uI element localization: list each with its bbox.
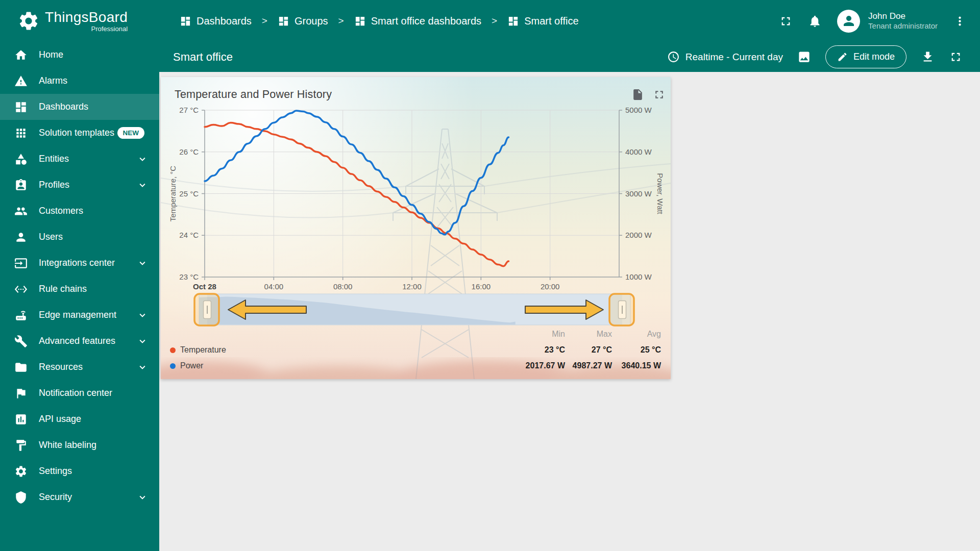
dashboards-grid-icon bbox=[278, 15, 289, 27]
user-role: Tenant administrator bbox=[868, 21, 938, 31]
breadcrumb-label: Smart office bbox=[524, 15, 578, 27]
sidebar-item-label: Edge management bbox=[39, 310, 116, 320]
legend-dot bbox=[170, 363, 176, 369]
app-logo[interactable]: ThingsBoard Professional bbox=[0, 0, 159, 42]
clock-icon bbox=[667, 51, 680, 63]
sidebar-item-label: API usage bbox=[39, 414, 81, 424]
stats-row: Temperature 23 °C 27 °C 25 °C bbox=[170, 343, 661, 357]
sidebar-item-users[interactable]: Users bbox=[0, 224, 159, 250]
sidebar-item-label: Entities bbox=[39, 154, 69, 164]
sidebar-item-entities[interactable]: Entities bbox=[0, 146, 159, 172]
badge-icon bbox=[14, 179, 28, 192]
sidebar-item-label: Dashboards bbox=[39, 102, 88, 112]
breadcrumb-item-smart-office[interactable]: Smart office bbox=[507, 15, 578, 27]
build-icon bbox=[14, 335, 28, 348]
sidebar-item-integrations-center[interactable]: Integrations center bbox=[0, 250, 159, 276]
timewindow-button[interactable]: Realtime - Current day bbox=[667, 51, 783, 63]
sidebar-item-white-labeling[interactable]: White labeling bbox=[0, 432, 159, 458]
sidebar-item-security[interactable]: Security bbox=[0, 484, 159, 510]
sidebar-item-customers[interactable]: Customers bbox=[0, 198, 159, 224]
user-name: John Doe bbox=[868, 11, 938, 21]
fullscreen-icon[interactable] bbox=[779, 14, 793, 28]
kebab-menu-icon[interactable] bbox=[953, 14, 967, 28]
sidebar-item-profiles[interactable]: Profiles bbox=[0, 172, 159, 198]
sidebar-item-dashboards[interactable]: Dashboards bbox=[0, 94, 159, 120]
stats-header-avg: Avg bbox=[612, 330, 661, 339]
avatar[interactable] bbox=[837, 10, 860, 33]
sidebar-item-label: Security bbox=[39, 492, 72, 503]
sidebar-item-resources[interactable]: Resources bbox=[0, 354, 159, 380]
dashboard-canvas: Temperature and Power History 23 °C24 °C… bbox=[159, 72, 980, 551]
sidebar-item-advanced-features[interactable]: Advanced features bbox=[0, 328, 159, 354]
legend-power[interactable]: Power bbox=[180, 361, 203, 370]
settings-icon bbox=[14, 465, 28, 478]
chevron-down-icon bbox=[137, 258, 148, 269]
stat-max-value: 27 °C bbox=[565, 345, 612, 355]
breadcrumb-item-groups[interactable]: Groups bbox=[278, 15, 328, 27]
user-info[interactable]: John Doe Tenant administrator bbox=[868, 11, 938, 31]
image-button[interactable] bbox=[797, 50, 811, 64]
sidebar-item-label: Notification center bbox=[39, 388, 112, 398]
page-title: Smart office bbox=[173, 51, 233, 64]
chevron-down-icon bbox=[137, 310, 148, 321]
top-header: ThingsBoard Professional Dashboards>Grou… bbox=[0, 0, 980, 42]
svg-text:27 °C: 27 °C bbox=[179, 106, 199, 114]
folder-icon bbox=[14, 361, 28, 374]
svg-text:1000 W: 1000 W bbox=[625, 272, 652, 281]
svg-text:Oct 28: Oct 28 bbox=[193, 282, 216, 291]
svg-text:20:00: 20:00 bbox=[541, 282, 560, 291]
download-icon[interactable] bbox=[921, 50, 935, 64]
toolbar-actions: Realtime - Current day Edit mode bbox=[667, 45, 963, 68]
stats-header-row: Min Max Avg bbox=[170, 328, 661, 341]
sidebar-item-api-usage[interactable]: API usage bbox=[0, 406, 159, 432]
header-actions: John Doe Tenant administrator bbox=[779, 10, 980, 33]
sidebar-item-edge-management[interactable]: Edge management bbox=[0, 302, 159, 328]
ethernet-icon bbox=[14, 283, 28, 296]
sidebar-item-label: Rule chains bbox=[39, 284, 87, 294]
sidebar-item-alarms[interactable]: Alarms bbox=[0, 68, 159, 94]
warning-icon bbox=[14, 74, 28, 88]
notifications-bell-icon[interactable] bbox=[808, 14, 822, 28]
temperature-line bbox=[205, 123, 509, 266]
legend-dot bbox=[170, 347, 176, 353]
home-icon bbox=[14, 48, 28, 62]
sidebar-item-notification-center[interactable]: Notification center bbox=[0, 380, 159, 406]
stats-row: Power 2017.67 W 4987.27 W 3640.15 W bbox=[170, 359, 661, 372]
svg-text:08:00: 08:00 bbox=[333, 282, 353, 291]
sidebar-item-solution-templates[interactable]: Solution templates NEW bbox=[0, 120, 159, 146]
sidebar-item-label: Profiles bbox=[39, 180, 69, 190]
svg-text:2000 W: 2000 W bbox=[625, 231, 652, 239]
user-icon bbox=[841, 13, 856, 29]
svg-text:26 °C: 26 °C bbox=[179, 147, 199, 156]
dashboard-fullscreen-icon[interactable] bbox=[949, 50, 963, 64]
people-icon bbox=[14, 205, 28, 218]
breadcrumb-item-dashboards[interactable]: Dashboards bbox=[180, 15, 252, 27]
breadcrumb-item-smart-office-dashboards[interactable]: Smart office dashboards bbox=[354, 15, 481, 27]
thingsboard-logo-icon bbox=[17, 10, 40, 32]
stats-header-max: Max bbox=[565, 330, 612, 339]
svg-text:16:00: 16:00 bbox=[472, 282, 491, 291]
flag-icon bbox=[14, 387, 28, 400]
sidebar-item-label: Solution templates bbox=[39, 128, 114, 138]
new-badge: NEW bbox=[117, 127, 145, 139]
breadcrumb-separator: > bbox=[492, 15, 497, 27]
sidebar-item-settings[interactable]: Settings bbox=[0, 458, 159, 484]
svg-text:04:00: 04:00 bbox=[264, 282, 284, 291]
svg-text:5000 W: 5000 W bbox=[625, 106, 652, 114]
edit-mode-button[interactable]: Edit mode bbox=[825, 45, 906, 68]
power-line bbox=[205, 111, 509, 235]
stat-max-value: 4987.27 W bbox=[565, 361, 612, 370]
edit-mode-label: Edit mode bbox=[853, 52, 895, 62]
app-name: ThingsBoard bbox=[45, 9, 128, 26]
series-stats-table: Min Max Avg Temperature 23 °C 27 °C 25 °… bbox=[170, 328, 661, 375]
legend-temperature[interactable]: Temperature bbox=[180, 345, 226, 355]
router-icon bbox=[14, 309, 28, 322]
chart-icon bbox=[14, 413, 28, 426]
sidebar-item-label: Customers bbox=[39, 206, 83, 216]
sidebar-item-home[interactable]: Home bbox=[0, 42, 159, 68]
svg-text:25 °C: 25 °C bbox=[179, 189, 199, 198]
sidebar-item-label: White labeling bbox=[39, 440, 96, 450]
svg-text:4000 W: 4000 W bbox=[625, 147, 652, 156]
svg-text:23 °C: 23 °C bbox=[179, 272, 199, 281]
sidebar-item-rule-chains[interactable]: Rule chains bbox=[0, 276, 159, 302]
